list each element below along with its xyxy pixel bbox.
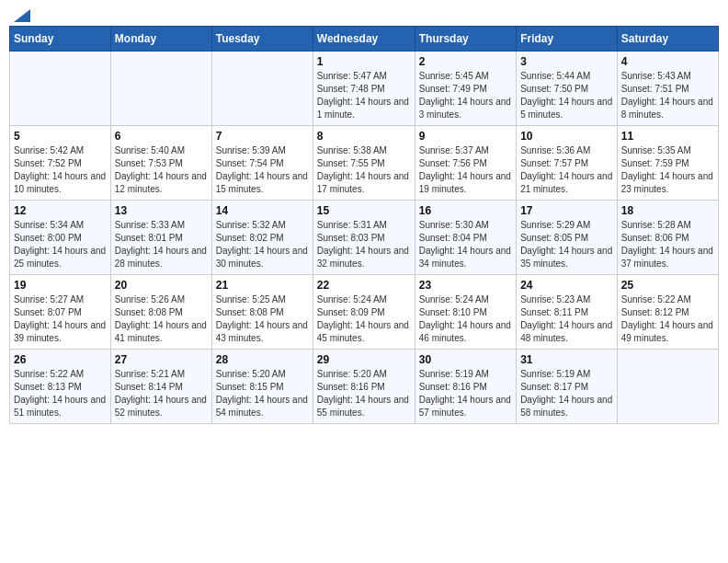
calendar-cell: 10 Sunrise: 5:36 AMSunset: 7:57 PMDaylig… xyxy=(517,126,618,201)
day-info: Sunrise: 5:30 AMSunset: 8:04 PMDaylight:… xyxy=(419,219,512,270)
calendar-table: SundayMondayTuesdayWednesdayThursdayFrid… xyxy=(9,26,719,424)
calendar-cell: 9 Sunrise: 5:37 AMSunset: 7:56 PMDayligh… xyxy=(415,126,516,201)
calendar-cell: 29 Sunrise: 5:20 AMSunset: 8:16 PMDaylig… xyxy=(313,350,415,424)
day-number: 1 xyxy=(317,55,411,68)
calendar-cell: 1 Sunrise: 5:47 AMSunset: 7:48 PMDayligh… xyxy=(313,52,415,126)
day-header-sunday: Sunday xyxy=(10,27,111,52)
day-number: 31 xyxy=(520,353,613,366)
day-number: 15 xyxy=(317,204,411,217)
calendar-cell: 27 Sunrise: 5:21 AMSunset: 8:14 PMDaylig… xyxy=(110,350,211,424)
day-header-monday: Monday xyxy=(110,27,211,52)
day-number: 6 xyxy=(115,130,208,143)
calendar-cell: 16 Sunrise: 5:30 AMSunset: 8:04 PMDaylig… xyxy=(415,201,516,275)
day-info: Sunrise: 5:31 AMSunset: 8:03 PMDaylight:… xyxy=(317,219,411,270)
day-number: 10 xyxy=(520,130,613,143)
day-info: Sunrise: 5:44 AMSunset: 7:50 PMDaylight:… xyxy=(520,70,613,121)
day-number: 11 xyxy=(621,130,714,143)
calendar-cell: 8 Sunrise: 5:38 AMSunset: 7:55 PMDayligh… xyxy=(313,126,415,201)
logo xyxy=(13,9,30,18)
day-number: 28 xyxy=(216,353,309,366)
day-header-saturday: Saturday xyxy=(617,27,718,52)
day-header-tuesday: Tuesday xyxy=(211,27,313,52)
day-number: 30 xyxy=(419,353,512,366)
day-info: Sunrise: 5:20 AMSunset: 8:15 PMDaylight:… xyxy=(216,368,309,419)
day-number: 4 xyxy=(621,55,714,68)
calendar-cell xyxy=(617,350,718,424)
calendar-cell: 23 Sunrise: 5:24 AMSunset: 8:10 PMDaylig… xyxy=(415,275,516,350)
day-info: Sunrise: 5:32 AMSunset: 8:02 PMDaylight:… xyxy=(216,219,309,270)
calendar-cell xyxy=(110,52,211,126)
day-number: 2 xyxy=(419,55,512,68)
calendar-cell: 30 Sunrise: 5:19 AMSunset: 8:16 PMDaylig… xyxy=(415,350,516,424)
calendar-cell: 31 Sunrise: 5:19 AMSunset: 8:17 PMDaylig… xyxy=(517,350,618,424)
calendar-cell: 2 Sunrise: 5:45 AMSunset: 7:49 PMDayligh… xyxy=(415,52,516,126)
calendar-cell: 6 Sunrise: 5:40 AMSunset: 7:53 PMDayligh… xyxy=(110,126,211,201)
day-info: Sunrise: 5:22 AMSunset: 8:12 PMDaylight:… xyxy=(621,293,714,345)
day-header-thursday: Thursday xyxy=(415,27,516,52)
day-number: 21 xyxy=(216,279,309,292)
svg-marker-0 xyxy=(14,9,30,22)
day-number: 26 xyxy=(14,353,107,366)
day-info: Sunrise: 5:36 AMSunset: 7:57 PMDaylight:… xyxy=(520,144,613,196)
day-number: 23 xyxy=(419,279,512,292)
day-info: Sunrise: 5:38 AMSunset: 7:55 PMDaylight:… xyxy=(317,144,411,196)
calendar-cell: 4 Sunrise: 5:43 AMSunset: 7:51 PMDayligh… xyxy=(617,52,718,126)
day-number: 17 xyxy=(520,204,613,217)
calendar-cell: 19 Sunrise: 5:27 AMSunset: 8:07 PMDaylig… xyxy=(10,275,111,350)
day-info: Sunrise: 5:24 AMSunset: 8:10 PMDaylight:… xyxy=(419,293,512,345)
day-info: Sunrise: 5:23 AMSunset: 8:11 PMDaylight:… xyxy=(520,293,613,345)
day-info: Sunrise: 5:35 AMSunset: 7:59 PMDaylight:… xyxy=(621,144,714,196)
day-info: Sunrise: 5:39 AMSunset: 7:54 PMDaylight:… xyxy=(216,144,309,196)
day-number: 5 xyxy=(14,130,107,143)
calendar-cell: 13 Sunrise: 5:33 AMSunset: 8:01 PMDaylig… xyxy=(110,201,211,275)
day-number: 13 xyxy=(115,204,208,217)
day-info: Sunrise: 5:43 AMSunset: 7:51 PMDaylight:… xyxy=(621,70,714,121)
day-info: Sunrise: 5:19 AMSunset: 8:17 PMDaylight:… xyxy=(520,368,613,419)
day-number: 7 xyxy=(216,130,309,143)
day-info: Sunrise: 5:45 AMSunset: 7:49 PMDaylight:… xyxy=(419,70,512,121)
calendar-cell: 18 Sunrise: 5:28 AMSunset: 8:06 PMDaylig… xyxy=(617,201,718,275)
calendar-cell: 17 Sunrise: 5:29 AMSunset: 8:05 PMDaylig… xyxy=(517,201,618,275)
day-number: 22 xyxy=(317,279,411,292)
day-number: 18 xyxy=(621,204,714,217)
day-number: 25 xyxy=(621,279,714,292)
day-info: Sunrise: 5:40 AMSunset: 7:53 PMDaylight:… xyxy=(115,144,208,196)
calendar-cell: 14 Sunrise: 5:32 AMSunset: 8:02 PMDaylig… xyxy=(211,201,313,275)
day-info: Sunrise: 5:24 AMSunset: 8:09 PMDaylight:… xyxy=(317,293,411,345)
day-number: 14 xyxy=(216,204,309,217)
day-info: Sunrise: 5:33 AMSunset: 8:01 PMDaylight:… xyxy=(115,219,208,270)
calendar-cell: 22 Sunrise: 5:24 AMSunset: 8:09 PMDaylig… xyxy=(313,275,415,350)
day-number: 3 xyxy=(520,55,613,68)
day-info: Sunrise: 5:37 AMSunset: 7:56 PMDaylight:… xyxy=(419,144,512,196)
calendar-cell: 3 Sunrise: 5:44 AMSunset: 7:50 PMDayligh… xyxy=(517,52,618,126)
calendar-cell: 21 Sunrise: 5:25 AMSunset: 8:08 PMDaylig… xyxy=(211,275,313,350)
calendar-cell xyxy=(10,52,111,126)
day-number: 20 xyxy=(115,279,208,292)
day-header-wednesday: Wednesday xyxy=(313,27,415,52)
day-info: Sunrise: 5:22 AMSunset: 8:13 PMDaylight:… xyxy=(14,368,107,419)
day-info: Sunrise: 5:29 AMSunset: 8:05 PMDaylight:… xyxy=(520,219,613,270)
day-number: 8 xyxy=(317,130,411,143)
calendar-cell: 11 Sunrise: 5:35 AMSunset: 7:59 PMDaylig… xyxy=(617,126,718,201)
calendar-cell xyxy=(211,52,313,126)
calendar-cell: 28 Sunrise: 5:20 AMSunset: 8:15 PMDaylig… xyxy=(211,350,313,424)
calendar-cell: 15 Sunrise: 5:31 AMSunset: 8:03 PMDaylig… xyxy=(313,201,415,275)
day-number: 12 xyxy=(14,204,107,217)
day-number: 19 xyxy=(14,279,107,292)
day-number: 24 xyxy=(520,279,613,292)
day-info: Sunrise: 5:27 AMSunset: 8:07 PMDaylight:… xyxy=(14,293,107,345)
day-info: Sunrise: 5:21 AMSunset: 8:14 PMDaylight:… xyxy=(115,368,208,419)
calendar-cell: 25 Sunrise: 5:22 AMSunset: 8:12 PMDaylig… xyxy=(617,275,718,350)
day-number: 27 xyxy=(115,353,208,366)
day-info: Sunrise: 5:20 AMSunset: 8:16 PMDaylight:… xyxy=(317,368,411,419)
calendar-cell: 24 Sunrise: 5:23 AMSunset: 8:11 PMDaylig… xyxy=(517,275,618,350)
day-info: Sunrise: 5:47 AMSunset: 7:48 PMDaylight:… xyxy=(317,70,411,121)
calendar-cell: 20 Sunrise: 5:26 AMSunset: 8:08 PMDaylig… xyxy=(110,275,211,350)
day-header-friday: Friday xyxy=(517,27,618,52)
day-number: 16 xyxy=(419,204,512,217)
day-info: Sunrise: 5:19 AMSunset: 8:16 PMDaylight:… xyxy=(419,368,512,419)
calendar-cell: 5 Sunrise: 5:42 AMSunset: 7:52 PMDayligh… xyxy=(10,126,111,201)
day-info: Sunrise: 5:42 AMSunset: 7:52 PMDaylight:… xyxy=(14,144,107,196)
calendar-cell: 7 Sunrise: 5:39 AMSunset: 7:54 PMDayligh… xyxy=(211,126,313,201)
day-info: Sunrise: 5:28 AMSunset: 8:06 PMDaylight:… xyxy=(621,219,714,270)
